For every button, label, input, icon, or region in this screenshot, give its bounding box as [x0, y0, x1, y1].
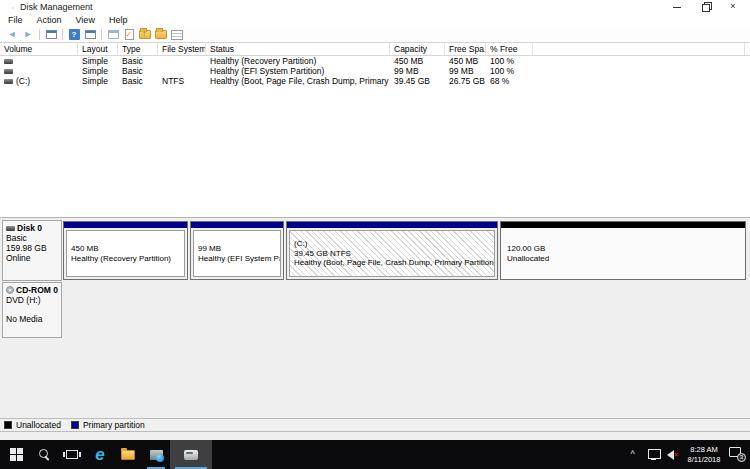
- column-header-percent-free[interactable]: % Free: [486, 43, 533, 55]
- layout-cell: Simple: [78, 66, 118, 76]
- legend-item-primary-partition: Primary partition: [71, 420, 145, 430]
- disk-management-active-button[interactable]: [170, 440, 212, 469]
- primary-partition-swatch: [71, 421, 79, 429]
- volume-name: (C:): [16, 76, 30, 86]
- column-header-volume[interactable]: Volume: [0, 43, 78, 55]
- layout-cell: Simple: [78, 56, 118, 66]
- partition-c-drive-selected[interactable]: (C:) 39.45 GB NTFS Healthy (Boot, Page F…: [286, 221, 498, 280]
- percent-free-cell: 100 %: [486, 56, 533, 66]
- partition-size: 39.45 GB NTFS: [294, 249, 494, 259]
- disk-management-window: Disk Management × File Action View Help …: [0, 0, 750, 440]
- cd-rom-icon: [6, 286, 14, 294]
- volume-icon: [4, 79, 13, 84]
- volume-cell: (C:): [0, 76, 78, 86]
- titlebar: Disk Management ×: [0, 0, 750, 13]
- back-icon: ◄: [8, 30, 17, 39]
- search-button[interactable]: [30, 440, 58, 469]
- volume-icon: [4, 69, 13, 74]
- disk0-type: Basic: [6, 233, 61, 243]
- windows-start-icon: [10, 448, 23, 461]
- column-header-type[interactable]: Type: [118, 43, 158, 55]
- toolbar-separator: [101, 29, 102, 40]
- legend-bar: Unallocated Primary partition: [0, 418, 750, 432]
- network-icon[interactable]: [648, 449, 660, 460]
- disk-icon: [6, 226, 15, 231]
- task-view-icon: [66, 450, 78, 459]
- percent-free-cell: 68 %: [486, 76, 533, 86]
- clock-time: 8:28 AM: [682, 445, 726, 455]
- details-list-icon: [171, 30, 183, 40]
- checked-document-button[interactable]: ✓: [121, 28, 137, 41]
- type-cell: Basic: [118, 56, 158, 66]
- restore-button[interactable]: [696, 0, 714, 13]
- column-header-capacity[interactable]: Capacity: [390, 43, 445, 55]
- show-console-tree-button[interactable]: [43, 28, 59, 41]
- disk0-label-box[interactable]: Disk 0 Basic 159.98 GB Online: [2, 220, 62, 281]
- disk-management-console-button[interactable]: [142, 440, 170, 469]
- folder-up-icon: ↑: [139, 30, 151, 39]
- disk-management-icon: [184, 450, 198, 460]
- minimize-button[interactable]: [668, 0, 686, 13]
- column-header-free-space[interactable]: Free Spa...: [445, 43, 486, 55]
- toolbar-separator: [39, 29, 40, 40]
- details-view-button[interactable]: [169, 28, 185, 41]
- close-button[interactable]: ×: [724, 0, 742, 13]
- disk0-size: 159.98 GB: [6, 243, 61, 253]
- status-cell: Healthy (EFI System Partition): [206, 66, 390, 76]
- action-pane-icon: [85, 30, 96, 39]
- change-drive-letter-button[interactable]: ↑: [137, 28, 153, 41]
- menu-help[interactable]: Help: [102, 15, 135, 25]
- help-button[interactable]: ?: [66, 28, 82, 41]
- folder-icon: [155, 30, 167, 39]
- cdrom-label-box[interactable]: CD-ROM 0 DVD (H:) No Media: [2, 282, 62, 338]
- graphical-view-pane: Disk 0 Basic 159.98 GB Online 450 MB Hea…: [0, 217, 750, 440]
- partition-body: 450 MB Healthy (Recovery Partition): [66, 230, 185, 277]
- legend-item-unallocated: Unallocated: [4, 420, 61, 430]
- search-icon: [37, 448, 51, 461]
- toolbar-separator: [62, 29, 63, 40]
- cdrom-drive-letter: DVD (H:): [6, 295, 61, 305]
- free-space-cell: 26.75 GB: [445, 76, 486, 86]
- partition-color-bar: [287, 222, 497, 228]
- percent-free-cell: 100 %: [486, 66, 533, 76]
- column-header-file-system[interactable]: File System: [158, 43, 206, 55]
- volume-icon: [4, 59, 13, 64]
- partition-unallocated[interactable]: 120.00 GB Unallocated: [500, 221, 746, 280]
- volume-muted-icon[interactable]: ×: [667, 450, 680, 460]
- show-action-pane-button[interactable]: [82, 28, 98, 41]
- tray-show-hidden-icons[interactable]: ^: [628, 450, 637, 459]
- partition-efi[interactable]: 99 MB Healthy (EFI System Partitio: [190, 221, 284, 280]
- back-button[interactable]: ◄: [4, 28, 20, 41]
- menu-action[interactable]: Action: [30, 15, 69, 25]
- table-row-recovery-partition[interactable]: Simple Basic Healthy (Recovery Partition…: [0, 56, 750, 66]
- internet-explorer-button[interactable]: e: [86, 440, 114, 469]
- capacity-cell: 99 MB: [390, 66, 445, 76]
- file-explorer-icon: [121, 450, 135, 460]
- partition-recovery[interactable]: 450 MB Healthy (Recovery Partition): [63, 221, 188, 280]
- clock-date: 8/11/2018: [682, 455, 726, 465]
- column-header-layout[interactable]: Layout: [78, 43, 118, 55]
- partition-body: 99 MB Healthy (EFI System Partitio: [193, 230, 281, 277]
- start-button[interactable]: [2, 440, 30, 469]
- table-row-c-drive[interactable]: (C:) Simple Basic NTFS Healthy (Boot, Pa…: [0, 76, 750, 86]
- action-center-button[interactable]: 3: [729, 446, 745, 462]
- properties-button[interactable]: [105, 28, 121, 41]
- volume-cell: [0, 66, 78, 76]
- partition-size: 120.00 GB: [507, 244, 745, 254]
- menu-file[interactable]: File: [1, 15, 30, 25]
- volume-list-header: Volume Layout Type File System Status Ca…: [0, 43, 750, 56]
- file-system-cell: [158, 66, 206, 76]
- file-system-cell: [158, 56, 206, 66]
- column-header-status[interactable]: Status: [206, 43, 390, 55]
- open-folder-button[interactable]: [153, 28, 169, 41]
- file-explorer-button[interactable]: [114, 440, 142, 469]
- menu-view[interactable]: View: [69, 15, 102, 25]
- partition-size: 450 MB: [71, 244, 184, 254]
- taskbar: e ^ × 8:28 AM 8/11/2018 3: [0, 440, 750, 469]
- taskbar-clock[interactable]: 8:28 AM 8/11/2018: [682, 445, 726, 464]
- task-view-button[interactable]: [58, 440, 86, 469]
- table-row-efi-partition[interactable]: Simple Basic Healthy (EFI System Partiti…: [0, 66, 750, 76]
- toolbar: ◄ ► ? ✓ ↑: [0, 27, 750, 43]
- layout-cell: Simple: [78, 76, 118, 86]
- forward-button[interactable]: ►: [20, 28, 36, 41]
